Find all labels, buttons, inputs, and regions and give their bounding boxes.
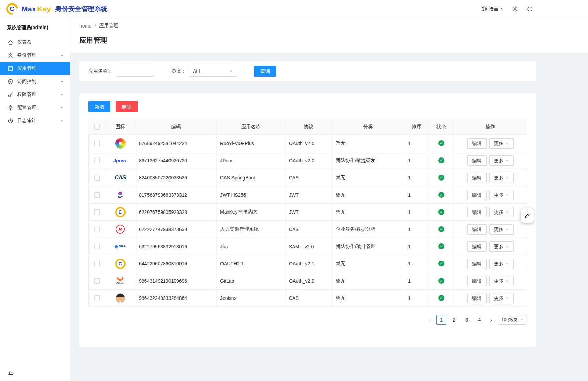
settings-gear-icon[interactable] <box>512 6 519 12</box>
clock-icon <box>8 118 13 124</box>
col-header-category: 分类 <box>332 119 404 135</box>
language-selector[interactable]: 语言 <box>481 6 504 12</box>
maxkey-logo-icon: C <box>109 206 132 219</box>
more-button[interactable]: 更多 <box>489 241 514 252</box>
sidebar-item-access[interactable]: 访问控制 <box>0 75 70 88</box>
search-button[interactable]: 查询 <box>254 66 276 77</box>
delete-button[interactable]: 删除 <box>116 101 138 112</box>
table-header: 图标 编码 应用名称 协议 分类 排序 状态 操作 <box>89 119 527 135</box>
logout-icon[interactable] <box>527 6 533 12</box>
app-name-label: 应用名称： <box>88 68 112 74</box>
sidebar-item-label: 身份管理 <box>17 52 56 58</box>
page-button-1[interactable]: 1 <box>436 315 446 325</box>
breadcrumb: home / 应用管理 <box>79 23 579 29</box>
more-button[interactable]: 更多 <box>489 138 514 149</box>
app-name-input[interactable] <box>116 66 154 77</box>
row-checkbox[interactable] <box>94 192 100 198</box>
status-active-icon: ✓ <box>438 226 444 232</box>
row-checkbox[interactable] <box>94 175 100 181</box>
col-header-actions: 操作 <box>454 119 527 135</box>
app-name: MaxKey管理系统 <box>220 209 257 215</box>
row-checkbox[interactable] <box>94 244 100 249</box>
menu-fold-icon[interactable] <box>8 370 14 376</box>
edit-button[interactable]: 编辑 <box>467 190 487 200</box>
app-protocol: OAuth_v2.1 <box>289 261 314 266</box>
page-button-4[interactable]: 4 <box>475 315 484 325</box>
pagination: ‹ 1234 › 10 条/页 <box>88 315 527 325</box>
table-row: C644220607860310016OAUTH2.1OAuth_v2.1暂无1… <box>89 255 527 272</box>
page-size-select[interactable]: 10 条/页 <box>498 315 527 325</box>
sidebar-item-dashboard[interactable]: 仪表盘 <box>0 36 70 49</box>
app-code: 632279563832918016 <box>139 244 187 249</box>
next-page-icon[interactable]: › <box>487 317 495 323</box>
app-name: OAUTH2.1 <box>220 261 243 266</box>
sidebar-item-permission[interactable]: 权限管理 <box>0 88 70 101</box>
edit-button[interactable]: 编辑 <box>467 155 487 166</box>
hr-logo-icon: R <box>109 223 132 236</box>
prev-page-icon[interactable]: ‹ <box>426 317 433 323</box>
key-icon <box>8 92 13 98</box>
chevron-down-icon <box>505 245 509 248</box>
protocol-select[interactable]: ALL <box>189 66 237 77</box>
edit-button[interactable]: 编辑 <box>467 224 487 235</box>
chevron-down-icon <box>60 119 64 123</box>
sidebar-item-config[interactable]: 配置管理 <box>0 101 70 114</box>
edit-button[interactable]: 编辑 <box>467 207 487 217</box>
app-order: 1 <box>408 295 411 301</box>
row-checkbox[interactable] <box>94 227 100 232</box>
table-row: R622227747938373638人力资源管理系统CAS企业服务/数据分析1… <box>89 221 527 238</box>
app-protocol: OAuth_v2.0 <box>289 278 314 284</box>
filter-card: 应用名称： 协议： ALL 查询 <box>79 61 536 81</box>
chevron-down-icon <box>60 54 64 57</box>
sidebar-item-audit[interactable]: 日志审计 <box>0 114 70 127</box>
more-button[interactable]: 更多 <box>489 293 514 303</box>
ruoyi-logo-icon <box>109 137 132 150</box>
shield-check-icon <box>8 79 13 85</box>
edit-button[interactable]: 编辑 <box>467 138 487 149</box>
floating-edit-tool-button[interactable] <box>521 208 534 223</box>
more-button[interactable]: 更多 <box>489 173 514 183</box>
more-button[interactable]: 更多 <box>489 276 514 286</box>
more-button[interactable]: 更多 <box>489 224 514 235</box>
row-checkbox[interactable] <box>94 261 100 266</box>
col-header-name: 应用名称 <box>217 119 285 135</box>
more-button[interactable]: 更多 <box>489 190 514 200</box>
sidebar-item-label: 应用管理 <box>17 65 64 72</box>
sidebar-item-identity[interactable]: 身份管理 <box>0 49 70 62</box>
row-checkbox[interactable] <box>94 278 100 284</box>
status-active-icon: ✓ <box>438 140 444 146</box>
app-code: 876892492581044224 <box>139 141 187 146</box>
table-row: JWT817568793663373312JWT HS256JWT暂无1✓编辑更… <box>89 186 527 204</box>
row-checkbox[interactable] <box>94 141 100 146</box>
app-protocol: CAS <box>289 295 299 301</box>
sidebar-item-label: 仪表盘 <box>17 39 64 45</box>
protocol-filter: 协议： ALL <box>171 66 237 77</box>
sidebar-item-apps[interactable]: 应用管理 <box>0 62 70 75</box>
row-checkbox[interactable] <box>94 295 100 301</box>
app-order: 1 <box>408 244 411 249</box>
select-all-checkbox[interactable] <box>94 124 100 130</box>
row-checkbox[interactable] <box>94 158 100 163</box>
edit-button[interactable]: 编辑 <box>467 173 487 183</box>
row-checkbox[interactable] <box>94 209 100 215</box>
more-button[interactable]: 更多 <box>489 259 514 269</box>
page-button-2[interactable]: 2 <box>449 315 459 325</box>
edit-button[interactable]: 编辑 <box>467 259 487 269</box>
chevron-down-icon <box>505 279 509 283</box>
add-button[interactable]: 新增 <box>88 101 110 112</box>
breadcrumb-home-link[interactable]: home <box>79 23 91 29</box>
edit-button[interactable]: 编辑 <box>467 293 487 303</box>
more-button[interactable]: 更多 <box>489 207 514 217</box>
edit-button[interactable]: 编辑 <box>467 241 487 252</box>
chevron-down-icon <box>505 142 509 145</box>
sidebar: 系统管理员(admin) 仪表盘身份管理应用管理访问控制权限管理配置管理日志审计 <box>0 18 70 381</box>
page-button-3[interactable]: 3 <box>462 315 471 325</box>
app-name-filter: 应用名称： <box>88 66 154 77</box>
col-header-icon: 图标 <box>105 119 135 135</box>
edit-button[interactable]: 编辑 <box>467 276 487 286</box>
more-button[interactable]: 更多 <box>489 155 514 166</box>
app-code: 644220607860310016 <box>139 261 187 266</box>
chevron-down-icon <box>505 159 509 162</box>
app-category: 暂无 <box>336 192 345 197</box>
cas-logo-icon: CAS <box>109 171 132 184</box>
